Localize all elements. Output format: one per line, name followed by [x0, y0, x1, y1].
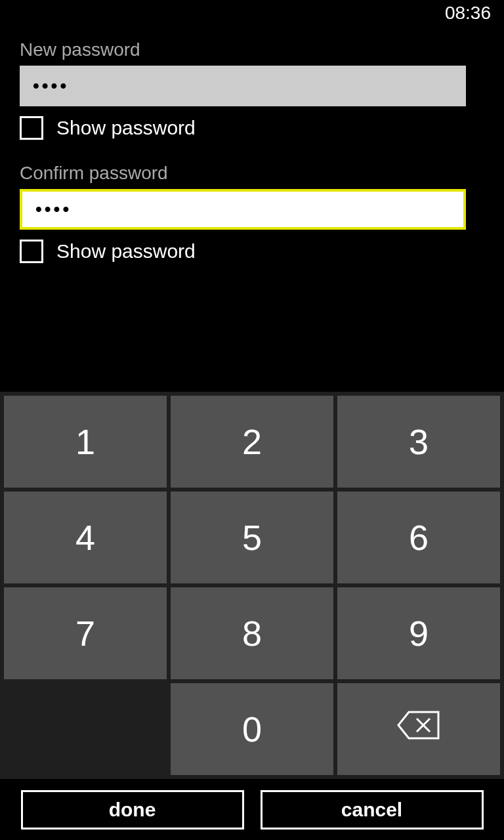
confirm-password-label: Confirm password: [20, 163, 484, 184]
key-6[interactable]: 6: [337, 492, 500, 583]
confirm-password-show-checkbox[interactable]: [20, 240, 43, 263]
confirm-password-value: ••••: [35, 199, 72, 220]
cancel-button-label: cancel: [341, 799, 402, 821]
confirm-password-show-label: Show password: [56, 240, 196, 262]
key-backspace[interactable]: [337, 683, 500, 775]
confirm-password-group: Confirm password •••• Show password: [20, 163, 484, 263]
new-password-show-checkbox[interactable]: [20, 116, 43, 140]
key-8[interactable]: 8: [171, 587, 333, 679]
app-bar: done cancel: [0, 779, 504, 840]
key-1[interactable]: 1: [4, 396, 167, 488]
done-button-label: done: [109, 799, 156, 821]
confirm-password-input[interactable]: ••••: [20, 189, 466, 230]
key-4[interactable]: 4: [4, 492, 167, 583]
key-5[interactable]: 5: [171, 492, 333, 583]
numeric-keypad: 1 2 3 4 5 6 7 8 9 0: [0, 392, 504, 779]
form-content: New password •••• Show password Confirm …: [0, 26, 504, 263]
cancel-button[interactable]: cancel: [261, 790, 484, 830]
key-empty: [4, 683, 167, 775]
key-7[interactable]: 7: [4, 587, 167, 679]
key-row-1: 1 2 3: [4, 396, 500, 488]
new-password-value: ••••: [33, 75, 69, 96]
new-password-show-label: Show password: [56, 117, 196, 139]
new-password-group: New password •••• Show password: [20, 39, 484, 140]
new-password-show-row[interactable]: Show password: [20, 116, 484, 140]
backspace-icon: [396, 709, 442, 749]
key-2[interactable]: 2: [171, 396, 333, 488]
key-3[interactable]: 3: [337, 396, 500, 488]
new-password-label: New password: [20, 39, 484, 60]
status-time: 08:36: [445, 3, 491, 24]
key-0[interactable]: 0: [171, 683, 333, 775]
confirm-password-show-row[interactable]: Show password: [20, 240, 484, 263]
key-row-2: 4 5 6: [4, 492, 500, 583]
done-button[interactable]: done: [21, 790, 244, 830]
key-row-4: 0: [4, 683, 500, 775]
status-bar: 08:36: [0, 0, 504, 26]
key-row-3: 7 8 9: [4, 587, 500, 679]
new-password-input[interactable]: ••••: [20, 66, 466, 106]
key-9[interactable]: 9: [337, 587, 500, 679]
